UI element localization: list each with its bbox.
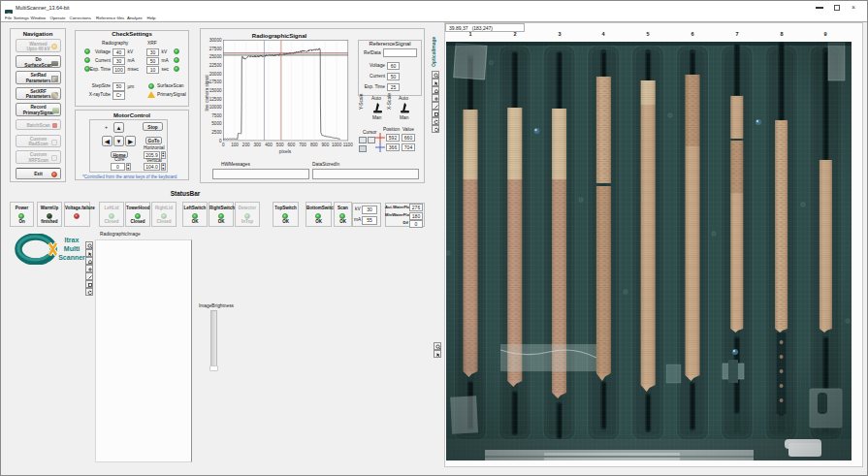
svg-text:27500: 27500	[209, 47, 222, 51]
svg-text:5000: 5000	[211, 121, 222, 126]
svg-text:1000: 1000	[332, 143, 342, 147]
svg-text:22500: 22500	[209, 63, 222, 68]
svg-text:300: 300	[253, 143, 261, 147]
svg-text:line camera signal: line camera signal	[205, 75, 209, 111]
svg-text:15000: 15000	[209, 88, 222, 93]
svg-text:100: 100	[231, 143, 239, 147]
svg-text:400: 400	[265, 143, 273, 147]
svg-text:0: 0	[222, 143, 225, 147]
svg-text:900: 900	[322, 143, 330, 147]
svg-text:7500: 7500	[211, 113, 222, 118]
svg-text:500: 500	[276, 143, 284, 147]
svg-text:200: 200	[242, 143, 250, 147]
svg-text:20000: 20000	[209, 72, 222, 77]
svg-text:30000: 30000	[209, 38, 222, 43]
svg-text:2500: 2500	[211, 130, 222, 135]
svg-text:17500: 17500	[209, 79, 222, 84]
svg-text:25000: 25000	[209, 54, 222, 59]
svg-text:10000: 10000	[209, 105, 222, 110]
svg-text:12500: 12500	[209, 97, 222, 102]
svg-text:800: 800	[310, 143, 318, 147]
svg-text:600: 600	[288, 143, 296, 147]
svg-text:700: 700	[299, 143, 306, 147]
svg-text:1100: 1100	[343, 143, 353, 147]
svg-text:pixels: pixels	[279, 149, 292, 154]
